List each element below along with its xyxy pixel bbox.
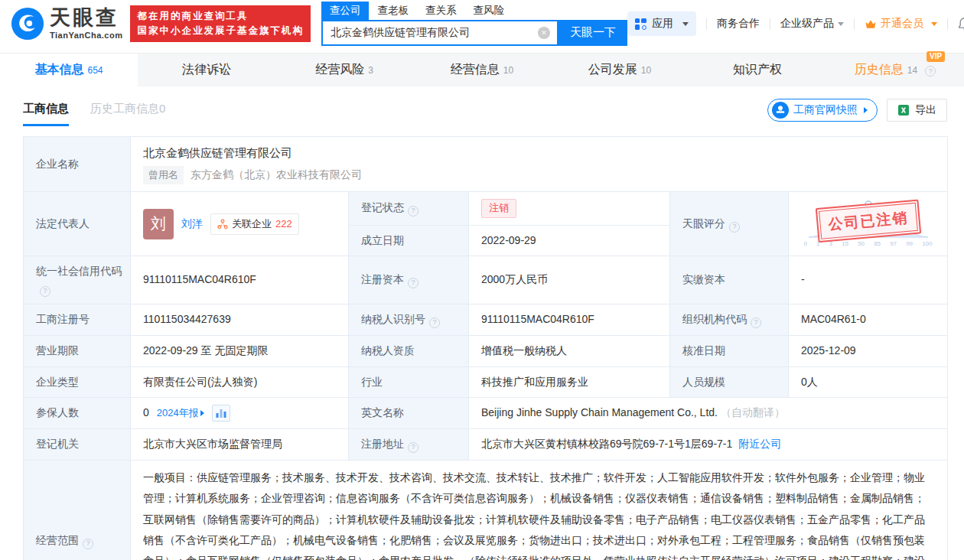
chevron-down-icon	[838, 22, 844, 26]
business-term-label: 营业期限	[24, 335, 131, 366]
search-button[interactable]: 天眼一下	[559, 20, 627, 46]
export-button[interactable]: 导出	[887, 99, 947, 122]
industry-label: 行业	[349, 366, 469, 398]
tab-legal-proceedings[interactable]: 法律诉讼	[138, 54, 275, 86]
english-name-label: 英文名称	[349, 398, 469, 429]
taxpayer-id-value: 91110115MAC04R610F	[469, 304, 670, 335]
business-scope-text: 一般项目：供应链管理服务；技术服务、技术开发、技术咨询、技术交流、技术转让、技术…	[143, 467, 935, 560]
subtab-row: 工商信息 历史工商信息0 工商官网快照 导出	[0, 86, 964, 126]
tab-label: 历史信息	[855, 62, 904, 78]
snapshot-label: 工商官网快照	[793, 103, 858, 117]
industry-value: 科技推广和应用服务业	[469, 366, 670, 398]
enterprise-label: 企业级产品	[780, 17, 834, 31]
row-insured: 参保人数 0 2024年报 英文名称 Beijing Jinhe Su	[24, 398, 948, 429]
row-company-type: 企业类型 有限责任公司(法人独资) 行业 科技推广和应用服务业 人员规模 0人	[24, 366, 948, 398]
reg-authority-value: 北京市大兴区市场监督管理局	[131, 429, 349, 461]
help-icon[interactable]	[729, 222, 740, 233]
row-reg-authority: 登记机关 北京市大兴区市场监督管理局 注册地址 北京市大兴区黄村镇林校路69号院…	[24, 429, 948, 461]
subtab-actions: 工商官网快照 导出	[767, 99, 947, 126]
help-icon[interactable]	[925, 66, 936, 77]
label-text: 组织机构代码	[682, 313, 747, 325]
taxpayer-quali-value: 增值税一般纳税人	[469, 335, 670, 366]
legal-rep-label: 法定代表人	[24, 192, 131, 256]
help-icon[interactable]	[83, 539, 93, 549]
taxpayer-quali-label: 纳税人资质	[349, 335, 469, 366]
nav-open-membership[interactable]: 开通会员	[865, 17, 937, 31]
tab-history-info[interactable]: 历史信息 14 VIP	[826, 54, 964, 86]
search-input[interactable]	[323, 27, 538, 39]
help-icon[interactable]	[408, 206, 418, 217]
membership-label: 开通会员	[881, 17, 923, 31]
tab-intellectual-property[interactable]: 知识产权	[689, 54, 826, 86]
tab-basic-info[interactable]: 基本信息654	[0, 54, 138, 86]
tab-company-development[interactable]: 公司发展10	[551, 54, 689, 86]
notification-bell-icon[interactable]	[958, 17, 964, 31]
divider	[854, 18, 855, 30]
excel-icon	[897, 104, 910, 116]
paid-capital-label: 实缴资本	[670, 256, 789, 304]
tick: 0	[804, 239, 807, 249]
reg-address: 北京市大兴区黄村镇林校路69号院69-7-1号1层69-7-1	[481, 438, 732, 450]
tick: 50	[858, 239, 865, 249]
help-icon[interactable]	[408, 278, 418, 288]
row-company-name: 企业名称 北京金鹤供应链管理有限公司 曾用名 东方金鹤（北京）农业科技有限公司	[24, 137, 948, 192]
divider	[947, 18, 948, 30]
nav-enterprise-products[interactable]: 企业级产品	[780, 17, 844, 31]
subtab-business-registration[interactable]: 工商信息	[23, 102, 69, 126]
help-icon[interactable]	[751, 317, 761, 328]
avatar[interactable]: 刘	[143, 209, 174, 239]
search-bar: 天眼一下	[321, 20, 627, 46]
establish-date-label: 成立日期	[349, 225, 469, 256]
tab-count: 654	[87, 65, 103, 76]
company-type-label: 企业类型	[24, 366, 131, 398]
help-icon[interactable]	[408, 442, 418, 453]
help-icon[interactable]	[429, 317, 440, 328]
help-icon[interactable]	[40, 286, 50, 297]
nav-business-cooperation[interactable]: 商务合作	[717, 17, 760, 31]
relation-network-icon	[217, 219, 228, 230]
official-snapshot-button[interactable]: 工商官网快照	[767, 99, 878, 122]
slogan-line-1: 都在用的商业查询工具	[137, 9, 304, 24]
tab-operational-risk[interactable]: 经营风险3	[275, 54, 413, 86]
staff-size-value: 0人	[789, 366, 948, 398]
export-label: 导出	[915, 103, 936, 117]
subtab-history-registration[interactable]: 历史工商信息0	[90, 102, 165, 126]
tab-label: 法律诉讼	[182, 62, 231, 78]
company-info-table: 企业名称 北京金鹤供应链管理有限公司 曾用名 东方金鹤（北京）农业科技有限公司 …	[23, 136, 948, 560]
subtab-label: 历史工商信息	[90, 102, 159, 115]
company-name: 北京金鹤供应链管理有限公司	[143, 144, 935, 161]
divider	[706, 18, 707, 30]
related-count: 222	[275, 217, 292, 232]
apps-menu[interactable]: 应用	[627, 11, 696, 36]
tab-count: 10	[503, 65, 513, 76]
company-name-label: 企业名称	[24, 137, 131, 192]
taxpayer-id-label: 纳税人识别号	[349, 304, 469, 335]
business-scope-cell: 一般项目：供应链管理服务；技术服务、技术开发、技术咨询、技术交流、技术转让、技术…	[131, 461, 948, 560]
row-reg-number: 工商注册号 110115034427639 纳税人识别号 91110115MAC…	[24, 304, 948, 335]
nearby-companies-link[interactable]: 附近公司	[738, 438, 781, 450]
stamp-text: 公司已注销	[819, 203, 918, 239]
insured-trend-button[interactable]	[212, 405, 230, 422]
search-tab-relation[interactable]: 查关系	[417, 2, 465, 20]
search-tab-company[interactable]: 查公司	[321, 2, 370, 20]
label-text: 经营范围	[36, 534, 79, 546]
establish-date-value: 2022-09-29	[469, 225, 670, 256]
brand-slogan: 都在用的商业查询工具 国家中小企业发展子基金旗下机构	[130, 5, 311, 43]
clear-icon[interactable]	[538, 27, 550, 39]
tab-label: 经营信息	[451, 62, 500, 78]
english-name: Beijing Jinhe Supply Chain Management Co…	[481, 406, 718, 418]
insured-label: 参保人数	[24, 398, 131, 429]
reg-number-value: 110115034427639	[131, 304, 349, 335]
tianyancha-logo[interactable]: 天眼查 TianYanCha.com	[11, 7, 122, 41]
reg-authority-label: 登记机关	[24, 429, 131, 461]
search-tab-boss[interactable]: 查老板	[369, 2, 417, 20]
tick: 15	[842, 239, 848, 249]
legal-rep-name-link[interactable]: 刘洋	[181, 216, 203, 233]
annual-report-label: 2024年报	[157, 405, 199, 421]
vip-badge: VIP	[927, 51, 945, 62]
annual-report-link[interactable]: 2024年报	[157, 405, 204, 421]
search-tab-risk[interactable]: 查风险	[464, 2, 513, 20]
tab-business-info[interactable]: 经营信息10	[413, 54, 551, 86]
main-tab-bar: 基本信息654 法律诉讼 经营风险3 经营信息10 公司发展10 知识产权 历史…	[0, 53, 964, 86]
related-companies-badge[interactable]: 关联企业 222	[210, 213, 299, 235]
